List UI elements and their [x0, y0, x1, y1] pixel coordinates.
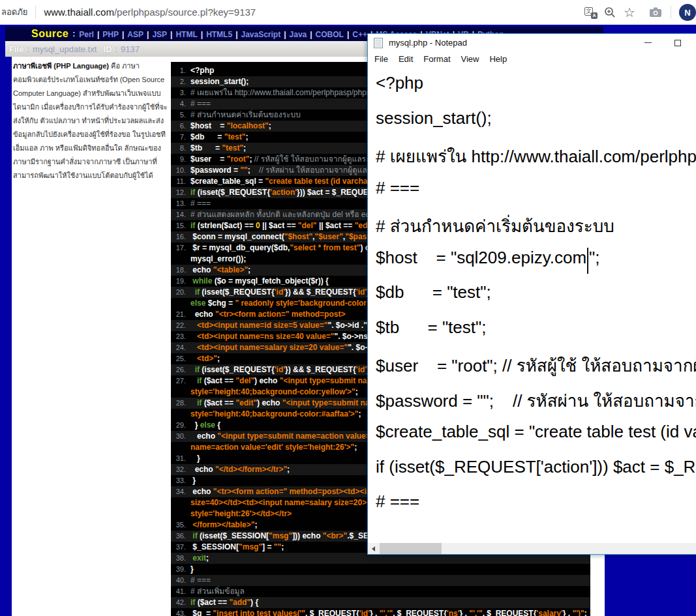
source-language-link[interactable]: ASP	[127, 30, 144, 39]
source-language-link[interactable]: JSP	[152, 30, 167, 39]
source-language-link[interactable]: Perl	[79, 30, 94, 39]
notepad-menu-item[interactable]: View	[456, 54, 485, 64]
source-language-link[interactable]: COBOL	[316, 30, 344, 39]
code-line-number	[171, 508, 190, 520]
notepad-text-line: if (isset($_REQUEST['action'])) $act = $…	[376, 457, 696, 492]
notepad-text-line: # ส่วนกำหนดค่าเริ่มต้นของระบบ	[376, 213, 696, 248]
code-line: 41.# ส่วนเพิ่มข้อมูล	[171, 586, 590, 597]
source-language-link[interactable]: Java	[290, 30, 307, 39]
code-line-number	[171, 409, 190, 420]
notepad-icon	[374, 38, 383, 48]
sidebar-intro-text: คือ ภาษาคอมพิวเตอร์ประเภทโอเพนท์ซอร์ท (O…	[13, 62, 168, 179]
code-line-number: 11.	[171, 176, 190, 187]
source-language-link[interactable]: HTML	[175, 30, 197, 39]
notepad-text-line: $password = ""; // รหัสผ่าน ให้สอบถามจาก…	[376, 387, 696, 422]
code-line-number	[171, 254, 190, 265]
language-separator: |	[201, 30, 203, 39]
notepad-menu-item[interactable]: Format	[418, 54, 455, 64]
notepad-text-area[interactable]: <?phpsession_start();# เผยแพร่ใน http://…	[368, 66, 696, 543]
left-arrow-icon	[372, 546, 375, 551]
code-line-number: 2.	[171, 76, 190, 87]
code-line-number	[171, 497, 190, 508]
code-line-number: 33.	[171, 475, 190, 486]
code-line-number: 28.	[171, 398, 190, 409]
url-text[interactable]: www.thaiall.com/perlphpasp/source.pl?key…	[44, 7, 256, 18]
code-line-number: 21.	[171, 309, 190, 320]
code-line-number: 8.	[171, 143, 190, 154]
notepad-menu-item[interactable]: Help	[484, 54, 512, 64]
language-separator: |	[122, 30, 124, 39]
scrollbar-left-arrow[interactable]	[368, 543, 379, 554]
code-line-number: 16.	[171, 231, 190, 242]
source-language-link[interactable]: JavaScript	[241, 30, 280, 39]
notepad-text-line: $create_table_sql = "create table test (…	[376, 422, 696, 457]
notepad-text-line: $host = "sql209.epizy.com";	[376, 248, 696, 283]
code-line-number: 5.	[171, 110, 190, 121]
code-line-number: 31.	[171, 453, 190, 464]
address-separator	[35, 6, 36, 19]
bookmark-star-icon[interactable]: ☆	[620, 3, 639, 22]
notepad-menu-item[interactable]: Edit	[393, 54, 418, 64]
code-line-number: 41.	[171, 586, 190, 597]
notepad-horizontal-scrollbar[interactable]	[368, 543, 696, 554]
notepad-text-line: $user = "root"; // รหัสผู้ใช้ ให้สอบถามจ…	[376, 352, 696, 387]
code-line-number: 24.	[171, 342, 190, 353]
code-line-number: 18.	[171, 265, 190, 276]
source-language-link[interactable]: C++	[352, 30, 367, 39]
code-line-number	[171, 387, 190, 398]
code-line-number: 34.	[171, 486, 190, 497]
code-line-number: 9.	[171, 154, 190, 165]
source-language-link[interactable]: HTML5	[206, 30, 232, 39]
translate-icon[interactable]: 文 A	[581, 3, 600, 22]
camera-icon[interactable]	[646, 3, 665, 22]
notepad-title-bar[interactable]: mysql.php - Notepad	[368, 34, 696, 51]
code-line-number: 40.	[171, 575, 190, 586]
profile-avatar[interactable]: N	[679, 4, 696, 21]
code-line-number: 37.	[171, 542, 190, 553]
notepad-text-line: session_start();	[376, 108, 696, 143]
sidebar-intro-bold: ภาษาพีเอชพี (PHP Language)	[13, 62, 109, 70]
code-line-number: 19.	[171, 276, 190, 287]
browser-address-bar[interactable]: ลอดภัย www.thaiall.com/perlphpasp/source…	[0, 0, 696, 25]
scrollbar-thumb[interactable]	[380, 543, 442, 554]
notepad-menu-bar: FileEditFormatViewHelp	[368, 51, 696, 66]
sidebar-description: ภาษาพีเอชพี (PHP Language) คือ ภาษาคอมพิ…	[13, 59, 168, 183]
code-line-number: 35.	[171, 520, 190, 531]
code-line-number: 30.	[171, 431, 190, 442]
code-line-number: 17.	[171, 242, 190, 254]
notepad-text-line: $db = "test";	[376, 282, 696, 317]
code-line-number: 7.	[171, 132, 190, 143]
zoom-icon[interactable]	[600, 3, 620, 22]
code-line-number: 14.	[171, 209, 190, 220]
code-line-number	[171, 298, 190, 309]
text-caret	[587, 248, 588, 274]
language-separator: |	[170, 30, 172, 39]
source-language-link[interactable]: PHP	[102, 30, 119, 39]
notepad-text-line: # เผยแพร่ใน http://www.thaiall.com/perlp…	[376, 143, 696, 178]
code-line: 43. $q = "insert into test values('". $_…	[171, 608, 590, 616]
code-line-number: 10.	[171, 165, 190, 176]
minimize-button[interactable]	[633, 34, 663, 51]
code-line-number: 15.	[171, 220, 190, 231]
code-line: 42.if ($act == "add") {	[171, 597, 590, 608]
code-line-number: 38.	[171, 553, 190, 564]
security-label: ลอดภัย	[1, 5, 27, 19]
maximize-button[interactable]	[663, 34, 693, 51]
file-label: File	[9, 44, 23, 54]
code-line-number: 39.	[171, 564, 190, 575]
id-value: 9137	[121, 44, 140, 54]
notepad-text-line: # ===	[376, 491, 696, 527]
code-line-number: 27.	[171, 375, 190, 387]
notepad-window[interactable]: mysql.php - Notepad FileEditFormatViewHe…	[367, 33, 696, 555]
notepad-menu-item[interactable]: File	[369, 54, 393, 64]
code-line-number: 36.	[171, 531, 190, 542]
code-line-number: 12.	[171, 187, 190, 198]
notepad-window-title: mysql.php - Notepad	[389, 38, 467, 48]
code-line-number: 22.	[171, 320, 190, 331]
code-line-number: 42.	[171, 597, 190, 608]
code-line: 40.# ===	[171, 575, 590, 586]
id-label: ID	[103, 44, 112, 54]
code-line-number: 32.	[171, 464, 190, 475]
code-line-number: 26.	[171, 364, 190, 375]
code-line-number: 1.	[171, 65, 190, 76]
